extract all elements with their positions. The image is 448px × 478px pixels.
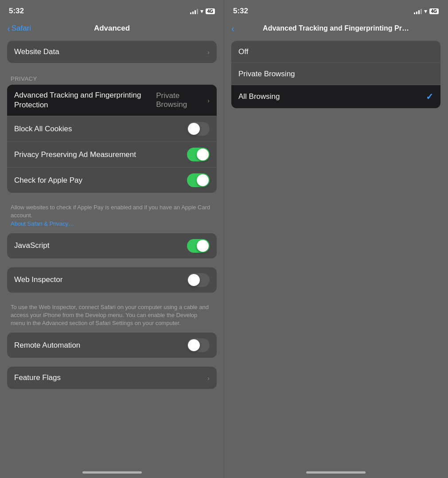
tracking-protection-row[interactable]: Advanced Tracking and Fingerprinting Pro… xyxy=(7,85,217,116)
options-card: Off Private Browsing All Browsing ✓ xyxy=(231,41,440,108)
chevron-back-icon-right: ‹ xyxy=(231,24,234,33)
javascript-row[interactable]: JavaScript xyxy=(7,233,217,259)
option-off-label: Off xyxy=(238,47,248,56)
web-inspector-card: Web Inspector xyxy=(7,267,217,293)
apple-pay-footnote-link[interactable]: About Safari & Privacy… xyxy=(11,220,74,227)
block-cookies-label: Block All Cookies xyxy=(14,125,72,133)
right-panel: 5:32 ▾ 4G ‹ Advanced Tracking and Finger… xyxy=(224,0,448,478)
website-data-card: Website Data › xyxy=(7,41,217,63)
status-bar-right: 5:32 ▾ 4G xyxy=(224,0,448,20)
website-data-chevron: › xyxy=(207,48,210,56)
block-cookies-knob xyxy=(188,123,200,135)
back-button-right[interactable]: ‹ xyxy=(231,24,234,33)
battery-icon-right: 4G xyxy=(429,8,439,14)
nav-bar-right: ‹ Advanced Tracking and Fingerprinting P… xyxy=(224,20,448,41)
option-all-browsing-label: All Browsing xyxy=(238,92,280,101)
signal-icon-left xyxy=(190,8,198,14)
web-inspector-label: Web Inspector xyxy=(14,275,62,284)
option-all-browsing-row[interactable]: All Browsing ✓ xyxy=(231,85,440,108)
apple-pay-footnote: Allow websites to check if Apple Pay is … xyxy=(7,202,217,233)
battery-icon-left: 4G xyxy=(206,8,215,14)
tracking-protection-value: Private Browsing › xyxy=(156,91,210,109)
checkmark-icon: ✓ xyxy=(426,91,433,102)
remote-automation-card: Remote Automation xyxy=(7,333,217,358)
feature-flags-label: Feature Flags xyxy=(14,373,61,382)
privacy-ad-row[interactable]: Privacy Preserving Ad Measurement xyxy=(7,142,217,168)
apple-pay-toggle[interactable] xyxy=(187,173,210,187)
apple-pay-footnote-text: Allow websites to check if Apple Pay is … xyxy=(11,204,210,219)
apple-pay-row[interactable]: Check for Apple Pay xyxy=(7,168,217,193)
privacy-ad-label: Privacy Preserving Ad Measurement xyxy=(14,150,136,159)
status-icons-right: ▾ 4G xyxy=(414,8,439,15)
block-cookies-toggle[interactable] xyxy=(187,122,210,136)
web-inspector-row[interactable]: Web Inspector xyxy=(7,267,217,293)
tracking-protection-value-text: Private Browsing xyxy=(156,91,205,109)
nav-title-left: Advanced xyxy=(94,24,130,33)
remote-automation-knob xyxy=(188,339,200,351)
javascript-label: JavaScript xyxy=(14,241,49,250)
settings-content-right: Off Private Browsing All Browsing ✓ xyxy=(224,41,448,471)
left-panel: 5:32 ▾ 4G ‹ Safari Advanced Website Data… xyxy=(0,0,224,478)
privacy-card: Advanced Tracking and Fingerprinting Pro… xyxy=(7,85,217,193)
website-data-label: Website Data xyxy=(14,47,59,56)
remote-automation-label: Remote Automation xyxy=(14,341,80,350)
privacy-section-label: PRIVACY xyxy=(7,72,217,85)
tracking-protection-label: Advanced Tracking and Fingerprinting Pro… xyxy=(14,90,156,110)
remote-automation-row[interactable]: Remote Automation xyxy=(7,333,217,358)
privacy-ad-toggle[interactable] xyxy=(187,148,210,161)
home-indicator-left xyxy=(82,471,142,474)
back-label-left: Safari xyxy=(12,24,31,33)
website-data-row[interactable]: Website Data › xyxy=(7,41,217,63)
status-time-left: 5:32 xyxy=(9,7,24,16)
option-private-browsing-label: Private Browsing xyxy=(238,70,295,78)
option-private-browsing-row[interactable]: Private Browsing xyxy=(231,63,440,85)
javascript-toggle[interactable] xyxy=(187,239,210,253)
feature-flags-chevron: › xyxy=(207,374,210,382)
status-bar-left: 5:32 ▾ 4G xyxy=(0,0,224,20)
privacy-ad-knob xyxy=(197,149,209,161)
status-icons-left: ▾ 4G xyxy=(190,8,215,15)
nav-title-right: Advanced Tracking and Fingerprinting Pr… xyxy=(263,24,409,32)
option-off-row[interactable]: Off xyxy=(231,41,440,63)
back-button-left[interactable]: ‹ Safari xyxy=(7,24,31,33)
settings-content-left: Website Data › PRIVACY Advanced Tracking… xyxy=(0,41,224,471)
signal-icon-right xyxy=(414,8,422,14)
web-inspector-knob xyxy=(188,274,200,286)
wifi-icon-right: ▾ xyxy=(424,8,427,15)
nav-bar-left: ‹ Safari Advanced xyxy=(0,20,224,41)
feature-flags-card: Feature Flags › xyxy=(7,367,217,389)
feature-flags-chevron-icon: › xyxy=(207,374,210,382)
javascript-card: JavaScript xyxy=(7,233,217,259)
remote-automation-toggle[interactable] xyxy=(187,338,210,352)
status-time-right: 5:32 xyxy=(233,7,248,16)
wifi-icon-left: ▾ xyxy=(200,8,203,15)
apple-pay-label: Check for Apple Pay xyxy=(14,176,82,185)
web-inspector-footnote: To use the Web Inspector, connect Safari… xyxy=(7,302,217,333)
feature-flags-row[interactable]: Feature Flags › xyxy=(7,367,217,389)
home-indicator-right xyxy=(306,471,366,474)
chevron-back-icon-left: ‹ xyxy=(7,24,10,33)
chevron-right-icon: › xyxy=(207,48,210,56)
web-inspector-toggle[interactable] xyxy=(187,273,210,287)
javascript-knob xyxy=(197,240,209,252)
tracking-chevron-icon: › xyxy=(207,97,210,104)
apple-pay-knob xyxy=(197,174,209,186)
block-cookies-row[interactable]: Block All Cookies xyxy=(7,116,217,142)
